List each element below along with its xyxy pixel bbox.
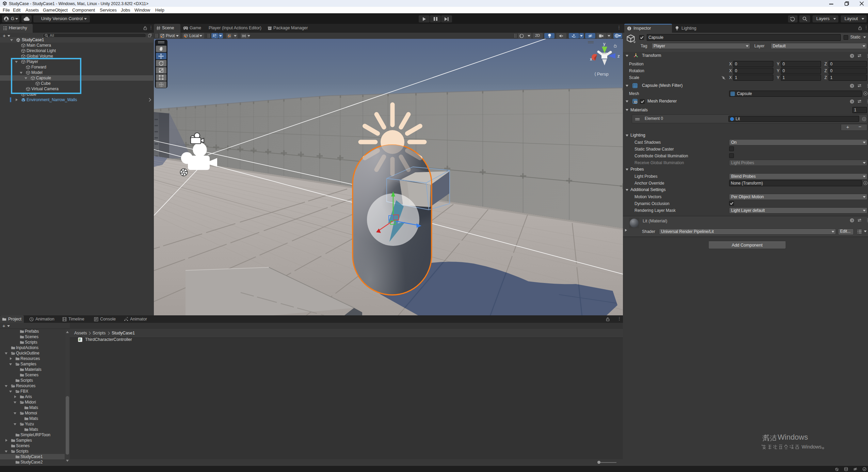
svg-text:?: ? bbox=[851, 84, 853, 88]
svg-text:Windows: Windows bbox=[778, 433, 808, 441]
svg-text:x: x bbox=[590, 57, 592, 62]
svg-text:Windows: Windows bbox=[802, 444, 822, 450]
svg-text:?: ? bbox=[851, 100, 853, 104]
svg-text:z: z bbox=[617, 53, 620, 59]
svg-text:?: ? bbox=[851, 219, 853, 222]
svg-text:y: y bbox=[603, 42, 606, 46]
svg-text:?: ? bbox=[851, 54, 853, 58]
svg-text:Y: Y bbox=[215, 36, 216, 38]
svg-text:#: # bbox=[79, 338, 81, 342]
